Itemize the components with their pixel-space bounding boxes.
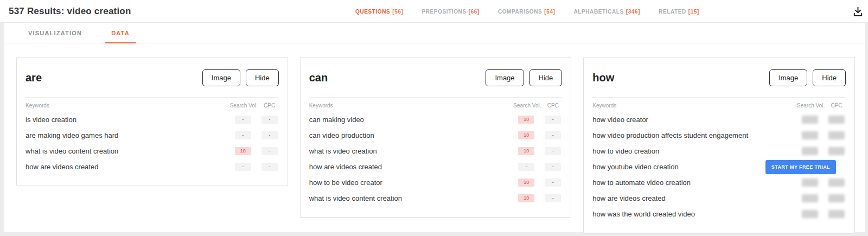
table-row: how are videos created--: [309, 159, 563, 175]
column-metrics: Search Vol.CPC: [513, 103, 562, 109]
search-vol-badge: 10: [235, 147, 251, 155]
keyword-card-how: howImageHideKeywordsSearch Vol.CPChow vi…: [583, 57, 855, 233]
cpc-slot: [827, 131, 846, 139]
image-button[interactable]: Image: [202, 69, 240, 86]
hide-button[interactable]: Hide: [813, 69, 846, 86]
cpc-slot: -: [544, 178, 562, 187]
hide-button[interactable]: Hide: [529, 69, 563, 86]
search-vol-badge: -: [235, 131, 251, 139]
nav-tab-count: [54]: [544, 9, 555, 15]
search-vol-slot: 10: [513, 116, 539, 124]
column-cpc: CPC: [544, 103, 562, 109]
card-actions: ImageHide: [486, 69, 562, 86]
search-vol-badge: 10: [518, 147, 534, 155]
keyword-text: can making video: [309, 116, 514, 124]
metric-slots: --: [230, 163, 279, 171]
keyword-text: are making video games hard: [25, 131, 230, 139]
search-vol-badge-blurred: [802, 210, 818, 218]
cpc-badge: -: [545, 163, 561, 171]
keyword-text: how video production affects student eng…: [592, 131, 797, 139]
metric-slots: [797, 210, 846, 218]
column-headers: KeywordsSearch Vol.CPC: [584, 98, 854, 111]
cpc-badge-blurred: [828, 116, 845, 124]
card-title: can: [309, 72, 328, 84]
metric-slots: [797, 116, 846, 124]
table-row: how to video creation: [592, 143, 846, 159]
download-button[interactable]: [851, 5, 864, 18]
column-cpc: CPC: [260, 103, 279, 109]
card-actions: ImageHide: [202, 69, 279, 86]
search-vol-slot: 10: [513, 131, 539, 139]
search-vol-slot: -: [230, 116, 256, 124]
cpc-badge-blurred: [828, 131, 845, 139]
cpc-badge: -: [261, 131, 278, 139]
nav-tab-label: QUESTIONS: [355, 9, 390, 15]
keyword-text: is video creation: [25, 116, 230, 124]
column-metrics: Search Vol.CPC: [797, 103, 846, 109]
nav-tab-comparisons[interactable]: COMPARISONS[54]: [498, 9, 556, 15]
cpc-badge: -: [261, 163, 278, 171]
keyword-text: how are videos created: [25, 163, 230, 171]
table-row: how are videos created: [592, 190, 846, 206]
cpc-badge-blurred: [828, 210, 845, 218]
nav-tab-count: [66]: [469, 9, 480, 15]
nav-tab-related[interactable]: RELATED[15]: [659, 9, 699, 15]
table-row: how was the world created video: [592, 206, 846, 222]
search-vol-slot: -: [513, 163, 539, 171]
table-row: what is video creation10-: [309, 143, 563, 159]
cpc-badge: -: [261, 147, 278, 155]
keyword-card-can: canImageHideKeywordsSearch Vol.CPCcan ma…: [300, 57, 572, 218]
search-vol-badge: 10: [518, 194, 534, 202]
column-keywords: Keywords: [25, 103, 230, 109]
search-vol-slot: 10: [513, 194, 539, 202]
column-search-vol: Search Vol.: [513, 103, 539, 109]
nav-tab-questions[interactable]: QUESTIONS[56]: [355, 9, 403, 15]
nav-tab-prepositions[interactable]: PREPOSITIONS[66]: [422, 9, 479, 15]
metric-slots: 10-: [513, 194, 562, 202]
search-vol-slot: -: [230, 163, 256, 171]
start-free-trial-button[interactable]: START MY FREE TRIAL: [765, 160, 836, 174]
table-row: are making video games hard--: [25, 127, 279, 143]
nav-tab-label: RELATED: [659, 9, 686, 15]
nav-tab-count: [56]: [392, 9, 403, 15]
cpc-badge-blurred: [828, 147, 845, 155]
search-vol-badge: -: [235, 163, 251, 171]
table-row: what is video content creation10-: [25, 143, 279, 159]
card-actions: ImageHide: [769, 69, 846, 86]
metric-slots: 10-: [230, 147, 279, 155]
rows-list: how video creatorhow video production af…: [584, 111, 854, 233]
metric-slots: 10-: [513, 178, 562, 187]
tab-visualization[interactable]: VISUALIZATION: [26, 30, 84, 43]
keyword-text: what is video content creation: [25, 147, 230, 155]
nav-tab-alphabeticals[interactable]: ALPHABETICALS[346]: [574, 9, 641, 15]
image-button[interactable]: Image: [769, 69, 807, 86]
cpc-badge: -: [545, 147, 561, 155]
search-vol-slot: [797, 178, 823, 187]
cpc-badge-blurred: [828, 194, 845, 202]
metric-slots: 10-: [513, 131, 562, 139]
image-button[interactable]: Image: [486, 69, 524, 86]
keyword-text: what is video creation: [309, 147, 514, 155]
tab-data[interactable]: DATA: [109, 30, 132, 43]
cpc-slot: -: [544, 194, 562, 202]
table-row: can video production10-: [309, 127, 563, 143]
metric-slots: --: [513, 163, 562, 171]
table-row: what is video content creation10-: [309, 190, 563, 206]
top-bar: 537 Results: video creation QUESTIONS[56…: [0, 0, 868, 23]
metric-slots: [797, 194, 846, 202]
search-vol-badge-blurred: [802, 194, 818, 202]
search-vol-badge: 10: [518, 178, 534, 187]
page-title: 537 Results: video creation: [9, 6, 131, 17]
search-vol-badge-blurred: [802, 147, 818, 155]
card-header: howImageHide: [584, 58, 854, 97]
nav-tab-count: [346]: [626, 9, 640, 15]
cpc-slot: [827, 147, 846, 155]
search-vol-slot: 10: [513, 178, 539, 187]
cpc-slot: -: [544, 116, 562, 124]
rows-list: can making video10-can video production1…: [301, 111, 571, 217]
view-tabs: VISUALIZATIONDATA: [4, 23, 865, 43]
table-row: how video creator: [592, 112, 846, 127]
column-metrics: Search Vol.CPC: [230, 103, 279, 109]
hide-button[interactable]: Hide: [246, 69, 279, 86]
cpc-slot: [827, 210, 846, 218]
